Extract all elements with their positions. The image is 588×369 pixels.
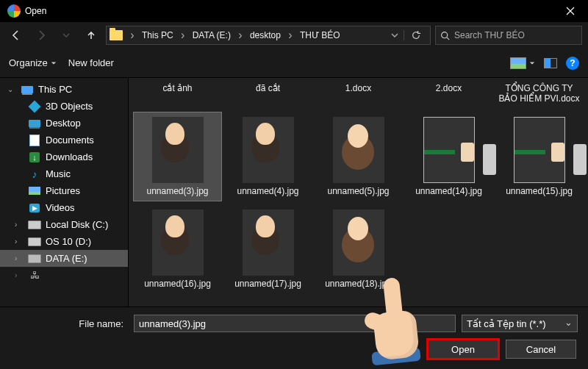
file-item[interactable]: unnamed(5).jpg (314, 112, 403, 201)
open-button[interactable]: Open (428, 340, 498, 359)
chevron-right-icon[interactable]: › (235, 29, 245, 42)
file-name: unnamed(16).jpg (143, 279, 212, 289)
file-item[interactable]: đã cắt (223, 82, 312, 109)
up-button[interactable] (81, 26, 101, 45)
file-item[interactable]: unnamed(16).jpg (133, 204, 222, 294)
filename-label: File name: (10, 318, 128, 329)
filename-row: File name: Tất cả Tệp tin (*.*) (10, 315, 578, 332)
tree-label: Downloads (46, 151, 93, 162)
preview-pane-button[interactable] (544, 58, 557, 68)
filter-label: Tất cả Tệp tin (*.*) (467, 318, 546, 329)
file-item[interactable]: unnamed(18).jpg (314, 204, 403, 294)
back-button[interactable] (6, 26, 26, 45)
expand-icon[interactable]: › (15, 254, 24, 262)
chevron-right-icon[interactable]: › (127, 29, 137, 42)
sidebar: ⌄ This PC 3D ObjectsDesktopDocumentsDown… (0, 78, 129, 307)
nav-row: › This PC › DATA (E:) › desktop › THƯ BÉ… (0, 22, 588, 49)
crumb-drive[interactable]: DATA (E:) (190, 30, 234, 40)
search-input[interactable]: Search THƯ BÉO (435, 26, 582, 45)
sidebar-item-local-disk-c-[interactable]: ›Local Disk (C:) (0, 216, 128, 233)
folder-icon (110, 30, 123, 40)
search-icon (440, 31, 450, 40)
recent-dropdown[interactable] (56, 26, 76, 45)
organize-label: Organize (9, 57, 48, 68)
file-item[interactable]: unnamed(15).jpg (495, 112, 584, 201)
sidebar-item-documents[interactable]: Documents (0, 132, 128, 148)
forward-button[interactable] (31, 26, 51, 45)
breadcrumb[interactable]: › This PC › DATA (E:) › desktop › THƯ BÉ… (106, 26, 431, 45)
path-dropdown[interactable] (386, 30, 404, 40)
sidebar-item-3d-objects[interactable]: 3D Objects (0, 98, 128, 115)
crumb-this-pc[interactable]: This PC (139, 30, 176, 40)
file-grid[interactable]: cắt ảnhđã cắt1.docx2.docxTỔNG CÔNG TY BẢ… (129, 78, 588, 307)
sidebar-item-downloads[interactable]: Downloads (0, 148, 128, 165)
sidebar-item-os-10-d-[interactable]: ›OS 10 (D:) (0, 233, 128, 250)
crumb-folder[interactable]: THƯ BÉO (297, 30, 343, 40)
chevron-down-icon (51, 60, 57, 66)
file-type-filter[interactable]: Tất cả Tệp tin (*.*) (462, 315, 578, 332)
sidebar-item-videos[interactable]: Videos (0, 199, 128, 216)
drive-icon (28, 220, 41, 230)
file-item[interactable]: 2.docx (404, 82, 493, 109)
tree-label: DATA (E:) (46, 253, 87, 264)
file-name: unnamed(15).jpg (504, 186, 574, 196)
file-item[interactable]: cắt ảnh (133, 82, 222, 109)
open-dialog: Open › This PC › DATA (E:) › desktop › (0, 0, 588, 369)
tree-label: OS 10 (D:) (46, 236, 91, 247)
file-item[interactable]: unnamed(4).jpg (223, 112, 312, 201)
new-folder-button[interactable]: New folder (68, 57, 114, 68)
file-thumbnail (333, 117, 384, 183)
file-name: đã cắt (254, 83, 282, 93)
chrome-icon (7, 4, 21, 18)
tree-label: This PC (38, 84, 72, 95)
tree-item-more[interactable]: › 🖧 (0, 267, 128, 283)
sidebar-item-pictures[interactable]: Pictures (0, 182, 128, 199)
3d-icon (28, 101, 41, 112)
pane-icon (544, 58, 557, 68)
close-button[interactable] (556, 0, 585, 22)
file-name: 1.docx (344, 83, 373, 93)
chevron-right-icon[interactable]: › (178, 29, 188, 42)
svg-point-0 (442, 32, 448, 37)
sidebar-item-desktop[interactable]: Desktop (0, 115, 128, 132)
tree-this-pc[interactable]: ⌄ This PC (0, 81, 128, 98)
refresh-button[interactable] (404, 30, 427, 40)
sidebar-item-data-e-[interactable]: ›DATA (E:) (0, 250, 128, 267)
file-thumbnail (333, 209, 384, 276)
file-item[interactable]: TỔNG CÔNG TY BẢO HIỂM PVI.docx (495, 82, 584, 109)
filename-input[interactable] (134, 315, 456, 332)
file-item[interactable]: unnamed(3).jpg (133, 112, 222, 201)
titlebar: Open (0, 0, 588, 22)
tree-label: Desktop (46, 118, 81, 129)
view-menu[interactable] (510, 57, 535, 69)
expand-icon[interactable]: › (15, 271, 24, 279)
file-item[interactable]: 1.docx (314, 82, 403, 109)
cancel-button[interactable]: Cancel (506, 340, 576, 359)
chevron-right-icon[interactable]: › (285, 29, 295, 42)
file-item[interactable]: unnamed(17).jpg (223, 204, 312, 294)
file-thumbnail (152, 117, 204, 183)
tree-label: Music (46, 168, 71, 179)
file-name: unnamed(18).jpg (323, 279, 393, 289)
expand-icon[interactable]: › (15, 221, 24, 229)
file-thumbnail (152, 209, 204, 276)
collapse-icon[interactable]: ⌄ (7, 85, 16, 93)
window-title: Open (25, 6, 46, 16)
organize-menu[interactable]: Organize (9, 57, 57, 68)
file-name: TỔNG CÔNG TY BẢO HIỂM PVI.docx (497, 83, 581, 104)
doc-icon (28, 135, 41, 146)
bottom-panel: File name: Tất cả Tệp tin (*.*) Open Can… (0, 307, 588, 369)
file-thumbnail (514, 117, 565, 183)
file-item[interactable]: unnamed(14).jpg (404, 112, 493, 201)
tree-label: Pictures (46, 185, 80, 196)
file-name: 2.docx (434, 83, 463, 93)
file-name: unnamed(17).jpg (233, 279, 303, 289)
help-button[interactable]: ? (566, 57, 579, 70)
network-icon: 🖧 (28, 270, 41, 280)
tree-label: 3D Objects (46, 101, 93, 112)
dl-icon (28, 152, 41, 162)
vid-icon (28, 203, 41, 213)
crumb-desktop[interactable]: desktop (247, 30, 284, 40)
expand-icon[interactable]: › (15, 237, 24, 246)
sidebar-item-music[interactable]: Music (0, 165, 128, 182)
